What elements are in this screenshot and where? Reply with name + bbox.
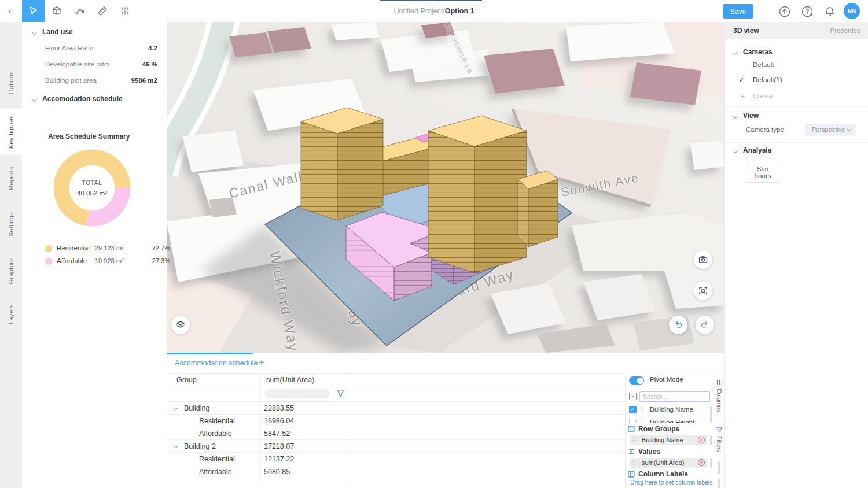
filter-funnel-icon <box>716 427 723 433</box>
row-label: Building 2 <box>184 442 216 450</box>
table-row[interactable]: Building 217218.07 <box>167 440 625 453</box>
scrollbar-thumb[interactable] <box>718 461 720 474</box>
layers-icon <box>175 320 186 330</box>
scrollbar-thumb[interactable] <box>710 458 712 468</box>
pivot-search-input[interactable] <box>639 391 710 402</box>
row-value: 22833.55 <box>264 404 294 412</box>
cameras-section-header[interactable]: Cameras <box>725 47 868 57</box>
column-filter-input[interactable] <box>265 389 330 398</box>
camera-item-default[interactable]: Default <box>753 61 774 68</box>
filter-row <box>167 386 625 402</box>
filter-funnel-icon[interactable] <box>337 390 344 397</box>
tab-accommodation-schedule[interactable]: Accommodation schedule <box>175 359 258 367</box>
row-groups-header: Row Groups <box>628 425 679 433</box>
row-label: Building <box>184 404 209 412</box>
table-row[interactable]: Affordable5847.52 <box>167 427 625 440</box>
row-label: Affordable <box>199 468 232 476</box>
tower-left[interactable] <box>301 108 383 220</box>
tab-columns[interactable]: Columns <box>713 379 725 412</box>
column-header-group[interactable]: Group <box>176 376 197 384</box>
row-label: Residential <box>199 455 235 463</box>
pivot-mode-toggle[interactable] <box>629 376 644 385</box>
sidebar-tab-label: Reports <box>8 167 14 190</box>
sidebar-tab-label: Settings <box>8 212 14 236</box>
sidebar-tab-label: Key figures <box>8 115 14 149</box>
scrollbar-thumb[interactable] <box>710 435 712 445</box>
cameras-title: Cameras <box>743 48 773 56</box>
row-groups-pill[interactable]: ⣿ Building Name × <box>630 435 707 445</box>
help-button[interactable] <box>800 4 815 19</box>
map-canvas: Canal Wall Blackhorse La Sonwith Ave Gre… <box>167 22 724 353</box>
column-labels-drop-hint[interactable]: Drag here to set column labels <box>630 479 712 486</box>
table-row[interactable]: Affordable5080.85 <box>167 465 625 478</box>
sidebar-tab-graphics[interactable]: Graphics <box>0 250 22 291</box>
chevron-down-icon[interactable] <box>174 443 178 448</box>
divider <box>725 142 868 143</box>
column-header-sum[interactable]: sum(Unit Area) <box>266 376 314 384</box>
land-use-section-header[interactable]: Land use <box>22 27 167 37</box>
zoom-to-fit-button[interactable] <box>694 282 712 300</box>
redo-button[interactable] <box>696 316 714 334</box>
share-button[interactable] <box>777 4 792 19</box>
layers-button[interactable] <box>171 316 190 334</box>
land-use-row: Floor Area Ratio4.2 <box>22 43 167 54</box>
sidebar-tab-layers[interactable]: Layers <box>0 297 22 331</box>
tower-small[interactable] <box>518 171 558 247</box>
create-camera-button[interactable]: Create <box>753 93 773 99</box>
view-section-header[interactable]: View <box>725 111 868 120</box>
chevron-down-icon <box>733 113 738 119</box>
columns-icon <box>716 379 723 386</box>
column-labels-header: Column Labels <box>628 470 688 478</box>
tower-right[interactable] <box>428 116 527 273</box>
top-bar: ‹ Untitled Project/Option 1 Save NN <box>0 0 868 22</box>
screenshot-button[interactable] <box>694 250 712 269</box>
pill-label: Building Name <box>642 437 683 443</box>
add-tab-button[interactable]: + <box>255 356 269 369</box>
sidebar-tab-reports[interactable]: Reports <box>0 158 22 198</box>
sidebar-tab-settings[interactable]: Settings <box>0 204 22 245</box>
row-value: 17218.07 <box>264 442 294 450</box>
redo-icon <box>700 320 710 330</box>
metric-value: 46 % <box>142 61 157 68</box>
remove-icon[interactable]: × <box>698 437 705 443</box>
table-row[interactable]: Residential16986.04 <box>167 415 625 427</box>
metric-value: 4.2 <box>148 45 157 51</box>
chevron-down-icon <box>32 96 38 102</box>
pivot-side-strip: Columns Filters <box>713 374 724 488</box>
table-row[interactable]: Building22833.55 <box>167 402 625 415</box>
metric-label: Developable site ratio <box>45 61 109 68</box>
camera-item-default1[interactable]: Default(1) <box>753 76 782 83</box>
scrollbar-thumb[interactable] <box>718 479 720 488</box>
left-tab-strip: OptionsKey figuresReportsSettingsGraphic… <box>0 22 22 488</box>
notifications-button[interactable] <box>822 4 837 19</box>
analysis-section-header[interactable]: Analysis <box>725 146 868 155</box>
avatar[interactable]: NN <box>844 3 860 19</box>
field-checkbox[interactable] <box>629 419 637 423</box>
area-donut-chart: TOTAL 40 052 m² <box>49 145 135 231</box>
save-button[interactable]: Save <box>723 4 753 19</box>
scrollbar-thumb[interactable] <box>710 406 712 423</box>
drag-grip-icon: ⣿ <box>641 419 644 423</box>
field-checkbox[interactable]: ✓ <box>629 406 637 413</box>
accommodation-section-header[interactable]: Accomodation schedule <box>22 94 167 104</box>
pivot-field-row[interactable]: ⣿Building Height <box>626 417 710 423</box>
sigma-icon <box>628 448 635 455</box>
table-row[interactable]: Residential12137.22 <box>167 453 625 465</box>
legend-swatch <box>45 258 52 265</box>
undo-button[interactable] <box>669 316 687 334</box>
pivot-field-row[interactable]: ✓⣿Building Name <box>626 404 710 417</box>
sidebar-tab-key-figures[interactable]: Key figures <box>0 109 22 155</box>
select-all-checkbox[interactable]: – <box>629 393 637 400</box>
sun-hours-button[interactable]: Sun hours <box>746 162 779 183</box>
legend-percent: 72.7% <box>152 245 170 252</box>
sidebar-tab-options[interactable]: Options <box>0 62 22 103</box>
row-value: 16986.04 <box>264 417 294 425</box>
tab-filters[interactable]: Filters <box>713 427 725 453</box>
map-3d-view[interactable]: Canal Wall Blackhorse La Sonwith Ave Gre… <box>167 22 724 353</box>
remove-icon[interactable]: × <box>698 459 705 466</box>
drag-grip-icon: ⣿ <box>632 437 636 442</box>
chevron-down-icon[interactable] <box>174 405 178 410</box>
values-pill[interactable]: ⣿ sum(Unit Area) × <box>630 458 707 468</box>
camera-type-dropdown[interactable]: Perspective <box>805 124 856 136</box>
key-figures-panel: Land use Floor Area Ratio4.2Developable … <box>22 22 167 488</box>
